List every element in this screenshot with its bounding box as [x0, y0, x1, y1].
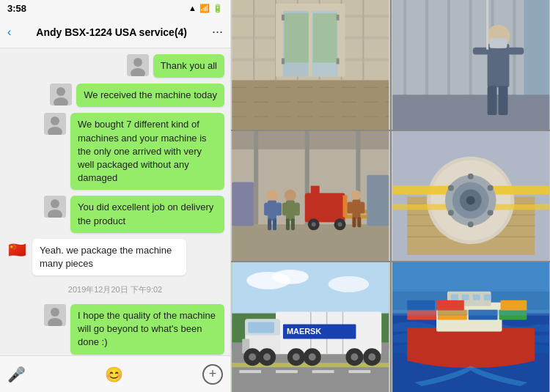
svg-point-89	[312, 222, 316, 226]
svg-rect-67	[392, 95, 549, 130]
svg-rect-95	[276, 202, 282, 215]
message-timestamp: 2019年12月20日 下午9:02	[6, 284, 224, 295]
svg-rect-97	[273, 218, 276, 230]
avatar-flag: 🇨🇳	[6, 239, 28, 261]
svg-rect-179	[483, 295, 491, 300]
message-bubble: We bought 7 different kind of machines a…	[70, 113, 224, 190]
svg-rect-68	[487, 44, 509, 88]
svg-rect-111	[367, 175, 389, 226]
svg-rect-96	[268, 218, 271, 230]
svg-point-167	[351, 353, 358, 360]
photos-panel: MAERSK	[231, 0, 550, 392]
wifi-icon: 📶	[199, 4, 210, 13]
svg-rect-84	[311, 186, 320, 197]
svg-rect-177	[461, 295, 469, 300]
svg-point-165	[309, 353, 316, 360]
emoji-button[interactable]: 😊	[105, 366, 123, 383]
message-row: You did excellent job on delivery the pr…	[6, 196, 224, 232]
svg-point-92	[266, 190, 278, 201]
svg-rect-102	[286, 218, 290, 230]
svg-point-98	[285, 190, 296, 201]
svg-rect-72	[507, 48, 524, 55]
chat-title: Andy BSX-1224 USA service(4)	[11, 26, 212, 38]
message-bubble: Yeah. we package the machine many pieces	[32, 239, 186, 275]
svg-point-169	[368, 353, 375, 360]
message-bubble: You did excellent job on delivery the pr…	[70, 196, 224, 232]
svg-point-134	[447, 210, 453, 215]
status-icons: ▲ 📶 🔋	[188, 4, 223, 13]
svg-point-161	[263, 353, 271, 360]
message-bubble: I hope the quality of the machine will g…	[70, 304, 224, 355]
svg-rect-50	[282, 15, 285, 21]
svg-rect-110	[232, 182, 254, 226]
message-row: 🇨🇳 Yeah. we package the machine many pie…	[6, 239, 224, 275]
svg-rect-85	[343, 196, 348, 218]
svg-point-139	[272, 270, 309, 284]
add-button[interactable]: +	[202, 364, 223, 385]
svg-rect-94	[264, 202, 270, 215]
svg-rect-176	[450, 295, 458, 300]
voice-button[interactable]: 🎤	[7, 366, 26, 383]
avatar	[44, 196, 66, 218]
more-button[interactable]: ···	[212, 24, 223, 40]
photo-container-interior	[231, 0, 390, 130]
svg-rect-106	[347, 201, 353, 213]
svg-rect-186	[500, 300, 527, 311]
status-bar: 3:58 ▲ 📶 🔋	[0, 0, 230, 16]
svg-point-130	[467, 174, 473, 180]
svg-rect-100	[282, 202, 288, 215]
svg-point-91	[338, 222, 342, 226]
svg-rect-82	[232, 224, 389, 261]
svg-rect-109	[357, 217, 361, 227]
svg-rect-144	[239, 370, 261, 373]
svg-rect-146	[312, 370, 334, 373]
svg-rect-55	[313, 13, 337, 63]
messages-list: Thank you all We received the machine to…	[0, 48, 230, 355]
svg-rect-73	[487, 86, 496, 115]
svg-point-13	[51, 308, 59, 317]
message-row: We received the machine today	[6, 84, 224, 107]
svg-point-163	[293, 353, 300, 360]
svg-point-1	[133, 58, 142, 67]
svg-rect-147	[348, 370, 370, 373]
svg-point-135	[447, 185, 453, 191]
svg-rect-178	[472, 295, 480, 300]
avatar	[44, 304, 66, 326]
svg-point-133	[467, 221, 473, 227]
svg-point-10	[51, 199, 59, 208]
svg-rect-156	[248, 322, 274, 333]
chat-bottom-bar: 🎤 😊 +	[0, 355, 230, 392]
svg-rect-189	[392, 310, 549, 316]
svg-point-104	[351, 191, 361, 201]
chat-header: ‹ Andy BSX-1224 USA service(4) ···	[0, 16, 230, 48]
avatar	[44, 113, 66, 135]
svg-rect-70	[489, 38, 507, 48]
svg-point-7	[51, 117, 59, 125]
svg-text:MAERSK: MAERSK	[287, 327, 321, 336]
svg-rect-107	[359, 201, 364, 213]
svg-point-131	[487, 185, 493, 191]
battery-icon: 🔋	[213, 4, 223, 13]
svg-point-4	[56, 87, 65, 96]
svg-rect-83	[305, 193, 345, 223]
svg-rect-145	[276, 370, 298, 373]
photo-man-container	[392, 0, 551, 130]
svg-rect-185	[436, 300, 464, 311]
chat-panel: 3:58 ▲ 📶 🔋 ‹ Andy BSX-1224 USA service(4…	[0, 0, 231, 392]
svg-point-129	[466, 196, 474, 205]
message-row: We bought 7 different kind of machines a…	[6, 113, 224, 190]
message-bubble: Thank you all	[153, 54, 224, 78]
svg-rect-184	[407, 300, 435, 311]
photo-mechanical-closeup	[392, 131, 551, 261]
svg-point-140	[329, 276, 370, 292]
svg-rect-101	[294, 202, 300, 215]
svg-rect-79	[254, 131, 258, 226]
message-row: Thank you all	[6, 54, 224, 78]
message-bubble: We received the machine today	[76, 84, 224, 107]
svg-point-132	[487, 210, 493, 215]
photo-warehouse-workers	[231, 131, 390, 261]
photo-container-ship	[392, 262, 551, 392]
svg-rect-51	[282, 59, 285, 64]
status-time: 3:58	[7, 3, 26, 14]
svg-rect-108	[352, 217, 356, 227]
